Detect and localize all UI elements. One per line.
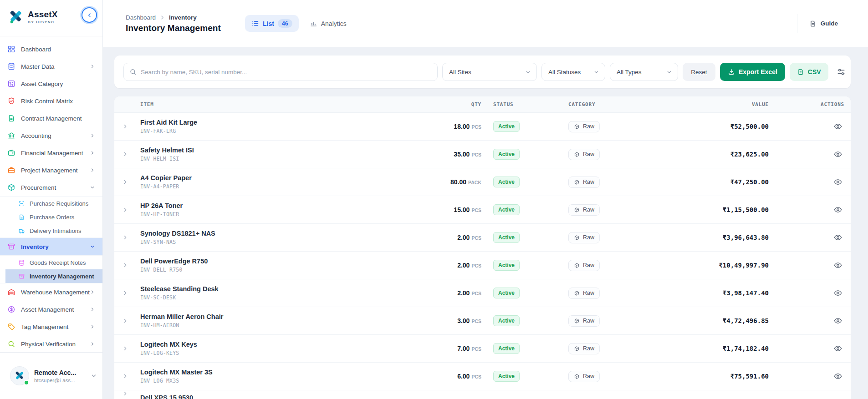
- sidebar-item-goods-receipt-notes[interactable]: Goods Receipt Notes: [0, 256, 102, 269]
- sidebar-item-project-management[interactable]: Project Management: [0, 162, 102, 179]
- item-sku: INV-HM-AERON: [140, 322, 402, 328]
- chevron-down-icon: [91, 373, 97, 379]
- category-pill: Raw: [568, 371, 600, 382]
- row-expand-chevron-icon[interactable]: [122, 179, 128, 185]
- user-menu[interactable]: Remote Acc... btcsuper@i-ass...: [0, 352, 102, 399]
- table-row[interactable]: Dell PowerEdge R750INV-DELL-R7502.00PCSA…: [114, 252, 851, 279]
- sidebar-item-risk-control-matrix[interactable]: Risk Control Matrix: [0, 92, 102, 110]
- item-qty: 2.00PCS: [457, 261, 489, 269]
- category-pill: Raw: [568, 177, 600, 188]
- table-body: First Aid Kit LargeINV-FAK-LRG18.00PCSAc…: [114, 113, 851, 399]
- row-expand-chevron-icon[interactable]: [122, 373, 128, 379]
- sidebar-item-label: Warehouse Management: [21, 289, 90, 296]
- guide-button[interactable]: Guide: [809, 20, 838, 27]
- table-row[interactable]: Steelcase Standing DeskINV-SC-DESK2.00PC…: [114, 279, 851, 307]
- row-expand-chevron-icon[interactable]: [122, 318, 128, 324]
- table-row-partial[interactable]: Dell XPS 15 9530: [114, 390, 851, 399]
- chevron-down-icon: [593, 69, 599, 75]
- brand-name: AssetX: [28, 10, 58, 19]
- sidebar-item-delivery-intimations[interactable]: Delivery Intimations: [0, 224, 102, 237]
- sidebar-item-inventory-management[interactable]: Inventory Management: [5, 269, 102, 283]
- table-row[interactable]: Logitech MX KeysINV-LOG-KEYS7.00PCSActiv…: [114, 335, 851, 363]
- sidebar-item-label: Goods Receipt Notes: [30, 259, 96, 266]
- row-expand-chevron-icon[interactable]: [122, 290, 128, 296]
- sidebar-item-procurement[interactable]: Procurement: [0, 179, 102, 196]
- sidebar-item-asset-category[interactable]: Asset Category: [0, 75, 102, 92]
- breadcrumb-dashboard[interactable]: Dashboard: [126, 14, 156, 21]
- item-name: Logitech MX Master 3S: [140, 369, 402, 376]
- row-expand-chevron-icon[interactable]: [122, 123, 128, 130]
- guide-doc-icon: [809, 20, 817, 27]
- scan-icon: [18, 200, 25, 207]
- sidebar-item-dashboard[interactable]: Dashboard: [0, 40, 102, 58]
- category-pill: Raw: [568, 288, 600, 299]
- row-expand-chevron-icon[interactable]: [122, 207, 128, 213]
- wallet-icon: [7, 149, 15, 157]
- view-item-eye-icon[interactable]: [833, 233, 842, 242]
- chevron-down-icon: [666, 69, 672, 75]
- item-name: HP 26A Toner: [140, 202, 402, 209]
- view-item-eye-icon[interactable]: [833, 372, 842, 381]
- sites-dropdown[interactable]: All Sites: [442, 63, 537, 81]
- view-item-eye-icon[interactable]: [833, 344, 842, 353]
- column-header-value: VALUE: [752, 101, 773, 107]
- export-excel-button[interactable]: Export Excel: [720, 63, 785, 81]
- view-item-eye-icon[interactable]: [833, 150, 842, 159]
- column-settings-icon[interactable]: [837, 67, 846, 76]
- view-item-eye-icon[interactable]: [833, 177, 842, 187]
- csv-button[interactable]: CSV: [790, 63, 828, 81]
- sidebar-item-asset-management[interactable]: Asset Management: [0, 301, 102, 318]
- row-expand-chevron-icon[interactable]: [122, 234, 128, 241]
- sidebar-item-physical-verification[interactable]: Physical Verification: [0, 335, 102, 352]
- table-row[interactable]: HP 26A TonerINV-HP-TONER15.00PCSActiveRa…: [114, 196, 851, 224]
- chevron-right-icon: [90, 307, 95, 312]
- sidebar-item-label: Procurement: [21, 184, 90, 191]
- tab-list[interactable]: List 46: [245, 15, 299, 32]
- sidebar-collapse-button[interactable]: [82, 7, 97, 23]
- table-row[interactable]: Safety Helmet ISIINV-HELM-ISI35.00PCSAct…: [114, 141, 851, 168]
- sidebar-item-contract-management[interactable]: Contract Management: [0, 110, 102, 127]
- sidebar-item-warehouse-management[interactable]: Warehouse Management: [0, 283, 102, 301]
- view-item-eye-icon[interactable]: [833, 288, 842, 298]
- reset-button[interactable]: Reset: [683, 63, 715, 81]
- table-row[interactable]: First Aid Kit LargeINV-FAK-LRG18.00PCSAc…: [114, 113, 851, 141]
- sidebar-item-master-data[interactable]: Master Data: [0, 58, 102, 75]
- view-item-eye-icon[interactable]: [833, 316, 842, 325]
- sidebar-item-purchase-orders[interactable]: Purchase Orders: [0, 210, 102, 224]
- breadcrumb-inventory[interactable]: Inventory: [169, 14, 197, 21]
- status-badge: Active: [493, 177, 520, 187]
- sidebar-item-tag-management[interactable]: Tag Management: [0, 318, 102, 335]
- view-item-eye-icon[interactable]: [833, 261, 842, 270]
- row-expand-chevron-icon[interactable]: [122, 151, 128, 157]
- item-qty: 18.00PCS: [454, 122, 489, 131]
- statuses-dropdown[interactable]: All Statuses: [541, 63, 605, 81]
- column-header-qty: QTY: [471, 101, 489, 107]
- row-expand-chevron-icon[interactable]: [122, 262, 128, 268]
- online-status-dot: [24, 380, 29, 385]
- table-row[interactable]: A4 Copier PaperINV-A4-PAPER80.00PACKActi…: [114, 168, 851, 196]
- table-row[interactable]: Synology DS1821+ NASINV-SYN-NAS2.00PCSAc…: [114, 224, 851, 252]
- item-value: ₹1,74,182.40: [723, 345, 773, 352]
- divider: [797, 14, 797, 33]
- table-row[interactable]: Logitech MX Master 3SINV-LOG-MX3S6.00PCS…: [114, 363, 851, 390]
- search-input[interactable]: [141, 69, 432, 76]
- view-item-eye-icon[interactable]: [833, 205, 842, 214]
- bank-icon: [7, 131, 15, 140]
- sidebar-item-inventory[interactable]: Inventory: [0, 238, 102, 255]
- item-name: Dell XPS 15 9530: [140, 394, 402, 399]
- types-dropdown[interactable]: All Types: [610, 63, 678, 81]
- row-expand-chevron-icon[interactable]: [122, 390, 128, 397]
- sidebar-item-purchase-requisitions[interactable]: Purchase Requisitions: [0, 197, 102, 210]
- sidebar-item-financial-management[interactable]: Financial Management: [0, 144, 102, 162]
- sidebar-item-accounting[interactable]: Accounting: [0, 127, 102, 144]
- table-row[interactable]: Herman Miller Aeron ChairINV-HM-AERON3.0…: [114, 307, 851, 335]
- list-icon: [251, 20, 259, 27]
- category-pill: Raw: [568, 260, 600, 271]
- row-expand-chevron-icon[interactable]: [122, 345, 128, 352]
- tab-analytics[interactable]: Analytics: [303, 15, 353, 31]
- submenu-procurement: Purchase RequisitionsPurchase OrdersDeli…: [0, 196, 102, 238]
- package-icon: [574, 152, 580, 157]
- view-item-eye-icon[interactable]: [833, 122, 842, 131]
- column-header-status: STATUS: [489, 101, 564, 107]
- item-value: ₹52,500.00: [730, 123, 773, 130]
